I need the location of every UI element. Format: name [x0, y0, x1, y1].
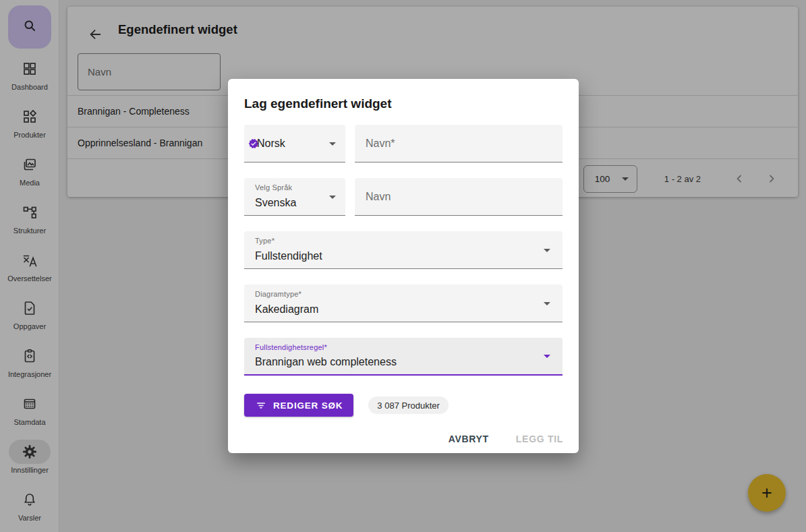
secondary-name-input[interactable] [355, 178, 563, 215]
chevron-down-icon [329, 142, 336, 146]
chevron-down-icon [544, 302, 550, 305]
type-select[interactable]: Type* Fullstendighet [244, 231, 563, 269]
dialog-actions: AVBRYT LEGG TIL [444, 428, 567, 450]
secondary-language-value: Svenska [255, 197, 296, 209]
primary-name-input[interactable] [355, 125, 563, 162]
chart-type-value: Kakediagram [255, 303, 318, 316]
filter-icon [255, 399, 267, 411]
primary-name-field[interactable] [355, 125, 563, 162]
submit-button[interactable]: LEGG TIL [512, 428, 567, 450]
search-actions: REDIGER SØK 3 087 Produkter [244, 394, 449, 417]
create-custom-widget-dialog: Lag egendefinert widget Norsk Velg Språk… [228, 79, 579, 453]
chevron-down-icon [544, 355, 550, 358]
type-label: Type* [255, 237, 275, 245]
chart-type-select[interactable]: Diagramtype* Kakediagram [244, 285, 563, 322]
type-value: Fullstendighet [255, 250, 322, 262]
chevron-down-icon [544, 249, 550, 252]
dialog-fields: Norsk Velg Språk Svenska Type* Fullstend… [244, 125, 563, 391]
edit-search-label: REDIGER SØK [273, 401, 343, 411]
dialog-title: Lag egendefinert widget [244, 79, 563, 111]
primary-language-select[interactable]: Norsk [244, 125, 345, 162]
primary-language-value: Norsk [257, 138, 285, 150]
edit-search-button[interactable]: REDIGER SØK [244, 394, 353, 417]
cancel-button[interactable]: AVBRYT [444, 428, 493, 450]
product-count-chip: 3 087 Produkter [368, 396, 449, 414]
secondary-language-select[interactable]: Velg Språk Svenska [244, 178, 345, 216]
secondary-language-label: Velg Språk [255, 183, 292, 191]
completeness-rule-select[interactable]: Fullstendighetsregel* Brannigan web comp… [244, 338, 563, 376]
secondary-name-field[interactable] [355, 178, 563, 216]
chevron-down-icon [329, 196, 336, 199]
chart-type-label: Diagramtype* [255, 290, 301, 298]
completeness-rule-label: Fullstendighetsregel* [255, 343, 327, 351]
completeness-rule-value: Brannigan web completeness [255, 356, 397, 368]
